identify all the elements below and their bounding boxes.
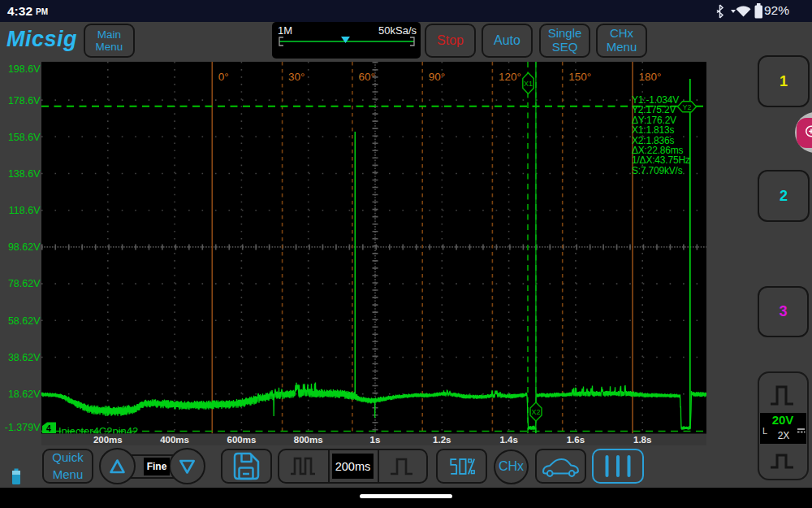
svg-text:200ms: 200ms [93, 435, 123, 445]
svg-text:800ms: 800ms [294, 435, 323, 445]
svg-text:1.8s: 1.8s [633, 435, 651, 445]
svg-text:20V: 20V [772, 413, 794, 427]
svg-text:198.6V: 198.6V [8, 63, 41, 75]
svg-text:1.2s: 1.2s [433, 435, 451, 445]
svg-text:L: L [762, 426, 767, 436]
svg-text:178.6V: 178.6V [8, 95, 41, 106]
svg-text:600ms: 600ms [227, 435, 256, 445]
svg-text:78.62V: 78.62V [8, 278, 41, 289]
svg-text:400ms: 400ms [160, 435, 189, 445]
svg-text:1.4s: 1.4s [499, 435, 517, 445]
svg-text:58.62V: 58.62V [8, 315, 41, 327]
svg-text:118.6V: 118.6V [9, 205, 41, 216]
svg-text:18.62V: 18.62V [8, 389, 41, 400]
svg-text:158.6V: 158.6V [8, 132, 41, 143]
svg-text:1.6s: 1.6s [567, 435, 585, 445]
svg-text:138.6V: 138.6V [8, 168, 41, 180]
svg-text:-1.379V: -1.379V [5, 422, 41, 433]
svg-text:1s: 1s [370, 435, 381, 445]
svg-text:2X: 2X [778, 430, 790, 441]
svg-text:98.62V: 98.62V [8, 241, 41, 253]
svg-text:38.62V: 38.62V [8, 352, 41, 363]
